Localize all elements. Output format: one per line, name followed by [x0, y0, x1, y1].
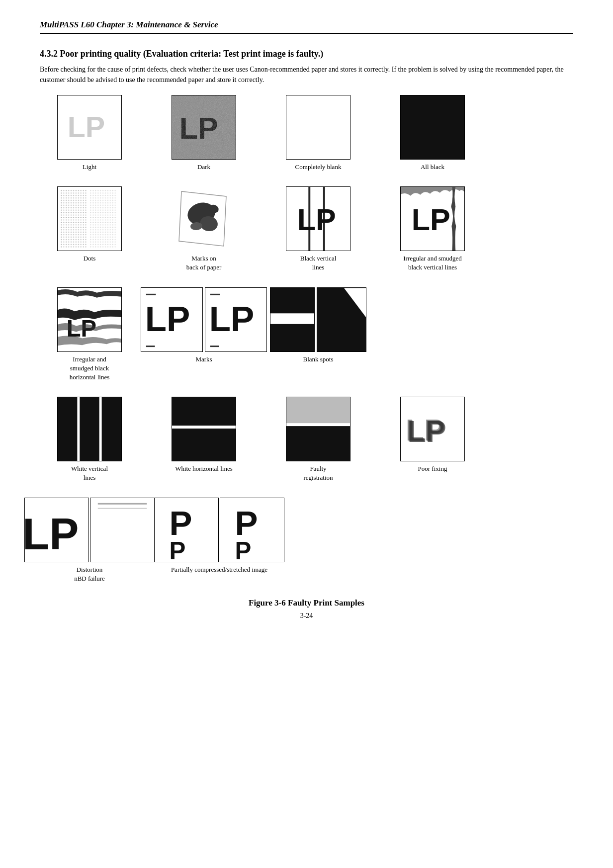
sample-ibvl-image: LP	[400, 186, 465, 251]
sample-ibvl-label: Irregular and smudgedblack vertical line…	[403, 254, 462, 272]
sample-allblack-image	[400, 95, 465, 160]
sample-partial-compressed: P P P P Partially compressed/stretched i…	[154, 498, 284, 574]
sample-distortion-label: DistortionnBD failure	[74, 565, 105, 583]
sample-blank-spots: Blank spots	[268, 287, 368, 364]
sample-dark-image: LP	[172, 95, 236, 160]
svg-rect-7	[401, 95, 464, 159]
sample-blank-label: Completely blank	[295, 163, 342, 172]
sample-partial-image-2: P P	[220, 498, 284, 562]
sample-distortion-image-2	[90, 498, 155, 562]
sample-faulty-registration: Faultyregistration	[268, 397, 368, 482]
sample-irreg-smudged-bhl: LP Irregular andsmudged blackhorizontal …	[40, 287, 139, 382]
sample-wvl-label: White verticallines	[71, 464, 108, 482]
svg-text:LP: LP	[209, 299, 255, 338]
sample-marks-label: Marks	[195, 355, 212, 364]
sample-white-horizontal-lines: White horizontal lines	[154, 397, 254, 473]
sample-dots-image	[57, 186, 122, 251]
svg-text:LP: LP	[68, 111, 105, 144]
samples-grid: LP Light LP	[40, 95, 573, 588]
svg-rect-19	[308, 187, 310, 251]
svg-rect-32	[210, 346, 219, 347]
sample-wvl-image	[57, 397, 122, 461]
svg-text:LP: LP	[297, 203, 336, 237]
sample-blank-image	[286, 95, 350, 160]
svg-rect-11	[89, 189, 116, 248]
sample-whl-label: White horizontal lines	[175, 464, 233, 473]
svg-rect-20	[323, 187, 325, 251]
page-header: MultiPASS L60 Chapter 3: Maintenance & S…	[40, 20, 573, 34]
row-5: LP DistortionnBD failure	[40, 498, 573, 583]
svg-rect-52	[90, 498, 154, 562]
sample-marks-back-label: Marks onback of paper	[186, 254, 222, 272]
sample-marks-back-image	[172, 186, 236, 251]
sample-poor-fixing: LP LP LP Poor fixing	[383, 397, 482, 473]
header-text: MultiPASS L60 Chapter 3: Maintenance & S…	[40, 20, 218, 29]
row-2: Dots Marks onback of paper	[40, 186, 573, 272]
row-3: LP Irregular andsmudged blackhorizontal …	[40, 287, 573, 382]
svg-text:LP: LP	[407, 414, 445, 448]
sample-dark: LP Dark	[154, 95, 254, 172]
sample-marks-image-1: LP	[141, 287, 203, 352]
sample-all-black: All black	[383, 95, 482, 172]
svg-rect-28	[146, 346, 155, 347]
svg-text:LP: LP	[145, 299, 190, 338]
figure-caption: Figure 3-6 Faulty Print Samples	[40, 598, 573, 608]
sample-completely-blank: Completely blank	[268, 95, 368, 172]
svg-rect-54	[98, 508, 147, 509]
svg-rect-10	[60, 189, 87, 248]
sample-white-vertical-lines: White verticallines	[40, 397, 139, 482]
sample-distortion-image: LP	[24, 498, 89, 562]
svg-rect-45	[286, 423, 350, 426]
sample-whl-image	[172, 397, 236, 461]
sample-poorfixing-label: Poor fixing	[418, 464, 447, 473]
sample-faulty-image	[286, 397, 350, 461]
svg-rect-5	[172, 95, 236, 159]
sample-allblack-label: All black	[421, 163, 444, 172]
sample-irreg-smudged-bvl: LP Irregular and smudgedblack vertical l…	[383, 186, 482, 272]
svg-rect-44	[286, 426, 350, 461]
svg-text:LP: LP	[25, 510, 79, 559]
sample-partial-label: Partially compressed/stretched image	[171, 565, 267, 574]
sample-bvl-label: Black verticallines	[300, 254, 337, 272]
sample-blankspots-label: Blank spots	[303, 355, 333, 364]
sample-distortion: LP DistortionnBD failure	[40, 498, 139, 583]
svg-rect-53	[98, 503, 147, 504]
svg-rect-43	[286, 397, 350, 424]
svg-text:LP: LP	[412, 203, 450, 237]
svg-rect-38	[77, 397, 80, 461]
sample-poorfixing-image: LP LP LP	[400, 397, 465, 461]
sample-light-image: LP	[57, 95, 122, 160]
svg-rect-34	[270, 313, 314, 324]
sample-marks: LP LP Marks	[154, 287, 254, 364]
sample-marks-image-2: LP	[205, 287, 267, 352]
svg-text:P: P	[235, 537, 252, 562]
sample-ibhl-label: Irregular andsmudged blackhorizontal lin…	[70, 355, 110, 382]
sample-dark-label: Dark	[197, 163, 210, 172]
svg-rect-41	[172, 426, 236, 429]
sample-light: LP Light	[40, 95, 139, 172]
sample-bvl-image: LP	[286, 186, 350, 251]
page-number: 3-24	[40, 612, 573, 620]
sample-black-vertical-lines: LP Black verticallines	[268, 186, 368, 272]
sample-marks-back: Marks onback of paper	[154, 186, 254, 272]
svg-rect-37	[58, 397, 121, 461]
sample-dots-label: Dots	[84, 254, 96, 263]
sample-blankspots-image-1	[270, 287, 315, 352]
svg-rect-31	[210, 293, 220, 295]
svg-rect-6	[286, 95, 350, 159]
svg-rect-40	[172, 397, 236, 461]
svg-text:P: P	[170, 537, 186, 562]
sample-light-label: Light	[83, 163, 96, 172]
svg-rect-27	[146, 293, 156, 295]
sample-faulty-label: Faultyregistration	[303, 464, 333, 482]
sample-dots: Dots	[40, 186, 139, 263]
sample-ibhl-image: LP	[57, 287, 122, 352]
section-title: 4.3.2 Poor printing quality (Evaluation …	[40, 49, 573, 85]
sample-partial-image-1: P P	[154, 498, 219, 562]
svg-rect-39	[99, 397, 102, 461]
row-4: White verticallines White horizontal lin…	[40, 397, 573, 482]
sample-blankspots-image-2	[317, 287, 366, 352]
row-1: LP Light LP	[40, 95, 573, 172]
